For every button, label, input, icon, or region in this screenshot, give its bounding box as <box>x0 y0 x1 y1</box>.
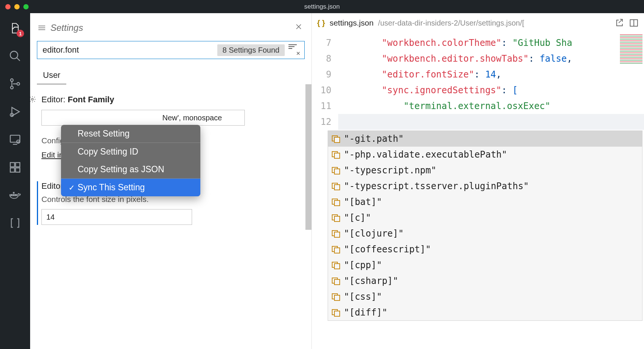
traffic-lights <box>5 4 29 9</box>
suggestion-item[interactable]: "-typescript.npm" <box>328 162 642 178</box>
menu-copy-setting-json[interactable]: Copy Setting as JSON <box>61 161 200 178</box>
svg-rect-11 <box>15 168 20 172</box>
split-view: Settings 8 Settings Found ✕ <box>30 13 644 349</box>
constant-icon <box>332 199 340 205</box>
minimize-window-button[interactable] <box>14 4 20 9</box>
zoom-window-button[interactable] <box>23 4 29 9</box>
constant-icon <box>332 246 340 253</box>
constant-icon <box>332 230 340 237</box>
constant-icon <box>332 309 340 316</box>
suggestion-item[interactable]: "[coffeescript]" <box>328 241 642 257</box>
setting-font-family: Editor: Font Family <box>37 95 305 126</box>
close-window-button[interactable] <box>5 4 11 9</box>
constant-icon <box>332 151 340 158</box>
settings-editor: Settings 8 Settings Found ✕ <box>30 13 311 349</box>
svg-rect-10 <box>10 168 14 172</box>
svg-point-3 <box>11 86 13 89</box>
intellisense-suggest-widget: "-git.path""-php.validate.executablePath… <box>328 130 642 321</box>
open-file-icon[interactable] <box>615 18 624 28</box>
settings-body: Editor: Font Family Configures font liga… <box>30 84 311 349</box>
suggestion-item[interactable]: "[clojure]" <box>328 226 642 241</box>
main-area: 1 Settings <box>0 13 644 349</box>
docker-icon[interactable] <box>8 188 23 203</box>
svg-line-1 <box>17 58 20 61</box>
constant-icon <box>332 167 340 174</box>
font-size-input[interactable] <box>41 209 192 225</box>
bracketed-icon[interactable] <box>8 215 23 231</box>
minimap[interactable] <box>620 34 642 64</box>
setting-label: Editor: Font Family <box>41 95 114 105</box>
run-debug-icon[interactable] <box>8 104 23 119</box>
clear-search-icon[interactable]: ✕ <box>288 44 300 56</box>
settings-found-count: 8 Settings Found <box>217 44 285 56</box>
constant-icon <box>332 262 340 269</box>
gear-icon[interactable] <box>30 96 36 105</box>
settings-scrollbar[interactable] <box>305 84 311 230</box>
split-editor-icon[interactable] <box>629 18 639 28</box>
constant-icon <box>332 293 340 300</box>
suggestion-item[interactable]: "[c]" <box>328 210 642 226</box>
svg-point-4 <box>17 82 20 85</box>
svg-rect-9 <box>10 162 14 167</box>
font-family-input[interactable] <box>41 110 245 126</box>
explorer-icon[interactable]: 1 <box>8 21 23 36</box>
constant-icon <box>332 214 340 221</box>
settings-scope-tabs: User <box>37 67 305 84</box>
source-control-icon[interactable] <box>8 76 23 91</box>
editor-tab-filename[interactable]: settings.json <box>330 18 374 27</box>
setting-context-menu: Reset Setting Copy Setting ID Copy Setti… <box>61 125 200 196</box>
menu-copy-setting-id[interactable]: Copy Setting ID <box>61 143 200 161</box>
editor-tab-path: /user-data-dir-insiders-2/User/settings.… <box>378 19 524 27</box>
svg-point-19 <box>32 99 34 100</box>
constant-icon <box>332 183 340 190</box>
menu-reset-setting[interactable]: Reset Setting <box>61 125 200 143</box>
close-settings-button[interactable] <box>291 21 306 34</box>
constant-icon <box>332 278 340 284</box>
svg-rect-7 <box>10 135 20 142</box>
suggestion-item[interactable]: "[cpp]" <box>328 257 642 273</box>
title-bar: settings.json <box>0 0 644 13</box>
search-icon[interactable] <box>8 49 23 64</box>
settings-search-input[interactable] <box>37 45 217 55</box>
svg-marker-5 <box>12 108 20 116</box>
menu-sync-this-setting[interactable]: ✓Sync This Setting <box>61 179 200 196</box>
suggestion-item[interactable]: "-git.path" <box>328 131 642 147</box>
suggestion-item[interactable]: "-typescript.tsserver.pluginPaths" <box>328 178 642 194</box>
editor-body[interactable]: 789101112 "workbench.colorTheme": "GitHu… <box>312 33 644 349</box>
svg-point-8 <box>17 140 20 143</box>
settings-search-box: 8 Settings Found ✕ <box>37 41 305 59</box>
settings-header: Settings <box>30 13 311 39</box>
svg-point-0 <box>10 51 18 59</box>
json-editor: { } settings.json /user-data-dir-insider… <box>311 13 644 349</box>
settings-toc-icon[interactable] <box>38 26 45 30</box>
settings-title: Settings <box>50 23 291 33</box>
extensions-icon[interactable] <box>8 160 23 175</box>
svg-rect-12 <box>15 162 20 167</box>
suggestion-item[interactable]: "[css]" <box>328 289 642 305</box>
svg-rect-16 <box>13 192 14 194</box>
json-file-icon: { } <box>317 19 325 27</box>
suggestion-item[interactable]: "[bat]" <box>328 194 642 210</box>
tab-user[interactable]: User <box>37 67 66 84</box>
window-title: settings.json <box>304 3 340 11</box>
activity-bar: 1 <box>0 13 30 349</box>
remote-explorer-icon[interactable] <box>8 132 23 147</box>
svg-point-2 <box>11 79 13 82</box>
editor-tab-row: { } settings.json /user-data-dir-insider… <box>312 13 644 33</box>
settings-search-wrap: 8 Settings Found ✕ <box>37 41 305 59</box>
constant-icon <box>332 135 340 142</box>
suggestion-item[interactable]: "[csharp]" <box>328 273 642 289</box>
explorer-badge: 1 <box>17 30 24 37</box>
suggestion-item[interactable]: "[diff]" <box>328 305 642 320</box>
suggestion-item[interactable]: "-php.validate.executablePath" <box>328 147 642 162</box>
